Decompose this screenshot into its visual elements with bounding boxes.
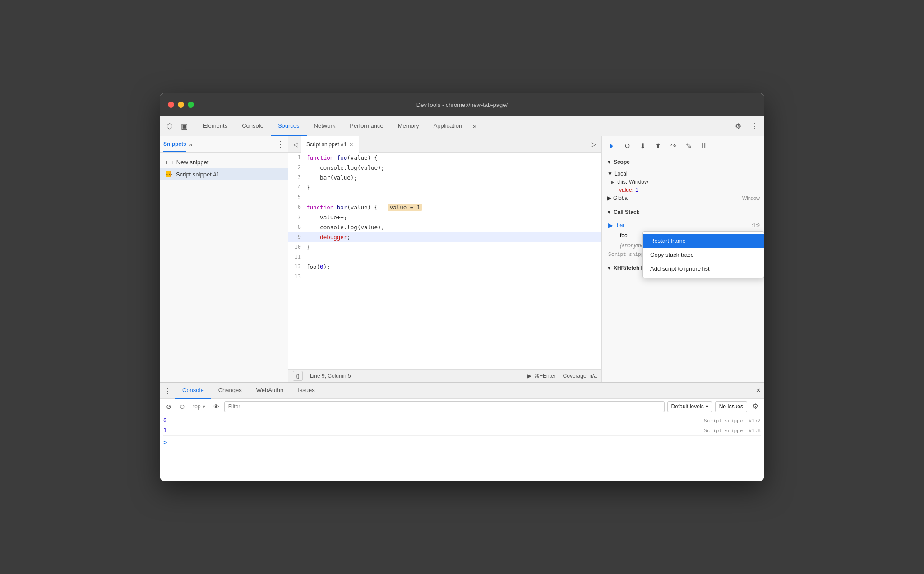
tab-elements[interactable]: Elements [196, 116, 235, 136]
close-bottom-panel-icon[interactable]: × [756, 386, 761, 395]
code-line-5: 5 [288, 192, 601, 202]
tab-performance[interactable]: Performance [342, 116, 390, 136]
eye-icon[interactable]: 👁 [211, 401, 222, 412]
devtools-main: ⬡ ▣ Elements Console Sources Network Per… [160, 116, 764, 481]
top-tab-right: ⚙ ⋮ [732, 120, 761, 133]
run-status[interactable]: ▶ ⌘+Enter [527, 373, 556, 379]
context-menu: Restart frame Copy stack trace Add scrip… [642, 231, 764, 278]
call-stack-header[interactable]: ▼ Call Stack [602, 206, 764, 218]
console-source-1[interactable]: Script snippet #1:8 [704, 428, 761, 434]
ctx-restart-frame[interactable]: Restart frame [643, 234, 764, 248]
snippet-name: Script snippet #1 [176, 171, 220, 178]
console-toolbar: ⊘ ⊖ top ▾ 👁 Default levels ▾ No Issues ⚙ [160, 399, 764, 414]
title-bar: DevTools - chrome://new-tab-page/ [160, 93, 764, 116]
new-snippet-label: + New snippet [171, 159, 209, 166]
close-button[interactable] [168, 102, 174, 108]
code-line-7: 7 value++; [288, 212, 601, 222]
run-shortcut: ⌘+Enter [534, 373, 556, 379]
default-levels-dropdown[interactable]: Default levels ▾ [667, 401, 712, 412]
console-clear-icon[interactable]: ⊘ [163, 401, 174, 412]
call-stack-section: ▼ Call Stack ▶ bar :1:9 [602, 206, 764, 262]
console-source-0[interactable]: Script snippet #1:2 [704, 418, 761, 424]
sidebar-menu-icon[interactable]: ⋮ [276, 139, 284, 149]
more-tabs-icon[interactable]: » [469, 123, 480, 130]
levels-dropdown-icon: ▾ [706, 403, 708, 410]
format-button[interactable]: {} [293, 371, 303, 381]
frame-loc-bar: :1:9 [752, 222, 760, 228]
deactivate-button[interactable]: ✎ [682, 140, 695, 153]
code-line-4: 4 } [288, 182, 601, 192]
this-expand-icon[interactable]: ▶ [611, 180, 614, 185]
ctx-add-to-ignore[interactable]: Add script to ignore list [643, 262, 764, 276]
top-tab-bar: ⬡ ▣ Elements Console Sources Network Per… [160, 116, 764, 136]
global-scope-header[interactable]: ▶ Global Window [602, 194, 764, 202]
bottom-tab-more-icon[interactable]: ⋮ [163, 386, 171, 396]
call-stack-title: Call Stack [614, 209, 639, 215]
code-line-10: 10 } [288, 242, 601, 252]
pause-button[interactable]: ⏸ [698, 140, 710, 153]
snippets-tab-label[interactable]: Snippets [163, 136, 186, 152]
file-tab-close-icon[interactable]: × [349, 141, 353, 148]
console-output: 0 Script snippet #1:2 1 Script snippet #… [160, 414, 764, 481]
scope-section: ▼ Scope ▼ Local ▶ this: Window [602, 156, 764, 206]
console-settings-icon[interactable]: ⚙ [750, 401, 761, 412]
device-icon[interactable]: ▣ [178, 120, 190, 133]
right-panel-content: ▼ Scope ▼ Local ▶ this: Window [602, 156, 764, 382]
console-line-0: 0 Script snippet #1:2 [163, 416, 761, 426]
bottom-tab-bar: ⋮ Console Changes WebAuthn Issues × [160, 383, 764, 399]
frame-fn-bar: bar [617, 222, 748, 228]
code-line-11: 11 [288, 252, 601, 262]
tab-network[interactable]: Network [307, 116, 343, 136]
step-out-button[interactable]: ⬆ [651, 140, 664, 153]
more-options-icon[interactable]: ⋮ [748, 120, 761, 133]
console-line-1: 1 Script snippet #1:8 [163, 426, 761, 436]
step-button[interactable]: ↷ [667, 140, 679, 153]
top-tab-icons: ⬡ ▣ [163, 120, 190, 133]
console-block-icon[interactable]: ⊖ [177, 401, 188, 412]
scope-header[interactable]: ▼ Scope [602, 156, 764, 168]
console-prompt[interactable]: > [163, 436, 761, 446]
step-over-button[interactable]: ↺ [621, 140, 633, 153]
console-filter-input[interactable] [224, 401, 665, 412]
file-tab-name: Script snippet #1 [306, 141, 346, 148]
run-icon: ▶ [527, 373, 531, 379]
code-line-1: 1 function foo(value) { [288, 153, 601, 162]
snippet-item[interactable]: </> Script snippet #1 [160, 168, 288, 180]
code-line-13: 13 [288, 272, 601, 282]
sidebar-tab-more[interactable]: » [189, 141, 193, 148]
tab-issues[interactable]: Issues [291, 383, 322, 399]
active-frame-icon: ▶ [608, 222, 613, 229]
devtools-window: DevTools - chrome://new-tab-page/ ⬡ ▣ El… [160, 93, 764, 481]
content-area: Snippets » ⋮ + + New snippet </> [160, 136, 764, 382]
ctx-copy-stack-trace[interactable]: Copy stack trace [643, 248, 764, 262]
tab-changes[interactable]: Changes [211, 383, 249, 399]
maximize-button[interactable] [188, 102, 194, 108]
new-snippet-button[interactable]: + + New snippet [160, 156, 288, 168]
call-stack-item-bar[interactable]: ▶ bar :1:9 [602, 220, 764, 231]
code-editor[interactable]: 1 function foo(value) { 2 console.log(va… [288, 153, 601, 369]
step-into-button[interactable]: ⬇ [636, 140, 649, 153]
tab-sources[interactable]: Sources [271, 116, 307, 136]
minimize-button[interactable] [178, 102, 184, 108]
top-selector[interactable]: top ▾ [190, 403, 208, 410]
local-label: Local [614, 171, 628, 177]
callstack-arrow-icon: ▼ [606, 209, 612, 215]
settings-icon[interactable]: ⚙ [732, 120, 744, 133]
sidebar-header: Snippets » ⋮ [160, 136, 288, 153]
no-issues-badge[interactable]: No Issues [715, 401, 747, 412]
tab-console[interactable]: Console [235, 116, 271, 136]
resume-button[interactable]: ⏵ [605, 140, 618, 153]
back-nav-icon[interactable]: ◁ [290, 139, 301, 150]
tab-console-bottom[interactable]: Console [175, 383, 211, 399]
code-line-3: 3 bar(value); [288, 172, 601, 182]
cursor-icon[interactable]: ⬡ [163, 120, 176, 133]
local-scope-header[interactable]: ▼ Local [602, 170, 764, 178]
file-tab-snippet[interactable]: Script snippet #1 × [301, 136, 359, 153]
tab-memory[interactable]: Memory [391, 116, 426, 136]
tab-webauthn[interactable]: WebAuthn [249, 383, 291, 399]
console-value-0: 0 [163, 417, 704, 424]
scope-arrow-icon: ▼ [606, 159, 612, 165]
bottom-panel: ⋮ Console Changes WebAuthn Issues × ⊘ ⊖ … [160, 382, 764, 481]
tab-application[interactable]: Application [426, 116, 470, 136]
run-snippet-icon[interactable]: ▷ [587, 138, 600, 151]
